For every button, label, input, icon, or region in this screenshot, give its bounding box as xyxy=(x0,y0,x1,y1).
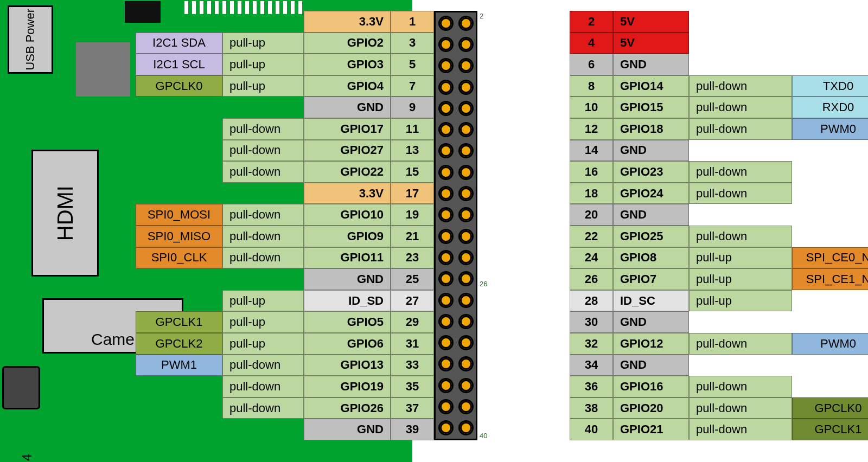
pin-pull-left: pull-up xyxy=(222,333,304,355)
pin-alt-left: SPI0_CLK xyxy=(136,247,222,269)
pin-number-left: 33 xyxy=(391,355,434,376)
pin-name-right: GPIO15 xyxy=(613,97,689,118)
pin-alt-right xyxy=(792,33,868,54)
pin-row: 3.3V125V xyxy=(136,11,868,33)
pin-number-left: 21 xyxy=(391,226,434,247)
pin-pull-right: pull-down xyxy=(689,376,792,397)
pin-alt-right xyxy=(792,311,868,333)
pin-pull-right xyxy=(689,140,792,162)
pin-name-right: GPIO16 xyxy=(613,376,689,397)
pin-name-right: GPIO21 xyxy=(613,419,689,440)
pin-name-left: GPIO4 xyxy=(304,75,391,97)
pin-name-right: ID_SC xyxy=(613,290,689,312)
pin-pull-left: pull-up xyxy=(222,33,304,54)
pin-name-left: GPIO2 xyxy=(304,33,391,54)
pin-row: 3.3V1718GPIO24pull-down xyxy=(136,183,868,204)
pin-name-left: 3.3V xyxy=(304,11,391,33)
pin-row: SPI0_CLKpull-downGPIO112324GPIO8pull-upS… xyxy=(136,247,868,269)
pin-pull-left: pull-up xyxy=(222,311,304,333)
pin-alt-left xyxy=(136,140,222,162)
pin-pull-right: pull-down xyxy=(689,97,792,118)
pin-name-left: GPIO10 xyxy=(304,204,391,226)
pin-alt-right xyxy=(792,290,868,312)
pin-number-right: 22 xyxy=(570,226,613,247)
pin-pull-left: pull-up xyxy=(222,75,304,97)
pin-number-right: 34 xyxy=(570,355,613,376)
pin-number-left: 7 xyxy=(391,75,434,97)
pin-name-right: GPIO8 xyxy=(613,247,689,269)
pin-pull-right: pull-down xyxy=(689,333,792,355)
pin-alt-right: SPI_CE1_N xyxy=(792,268,868,290)
pin-name-right: 5V xyxy=(613,33,689,54)
pin-number-right: 12 xyxy=(570,118,613,140)
pin-name-left: GPIO19 xyxy=(304,376,391,397)
pin-alt-right: GPCLK0 xyxy=(792,397,868,419)
pin-alt-right xyxy=(792,376,868,397)
pin-alt-left xyxy=(136,161,222,183)
pin-number-right: 2 xyxy=(570,11,613,33)
pin-row: GND910GPIO15pull-downRXD0 xyxy=(136,97,868,118)
pin-pull-right: pull-down xyxy=(689,161,792,183)
pin-row: SPI0_MISOpull-downGPIO92122GPIO25pull-do… xyxy=(136,226,868,247)
pin-alt-right xyxy=(792,183,868,204)
gpio-header-40pin xyxy=(434,11,477,440)
pin-alt-left xyxy=(136,97,222,118)
pin-number-right: 26 xyxy=(570,268,613,290)
pin-pull-right xyxy=(689,204,792,226)
pin-pull-right: pull-down xyxy=(689,183,792,204)
pin-pull-left: pull-down xyxy=(222,355,304,376)
pin-row: SPI0_MOSIpull-downGPIO101920GND xyxy=(136,204,868,226)
pin-alt-right: SPI_CE0_N xyxy=(792,247,868,269)
pin-row: pull-downGPIO193536GPIO16pull-down xyxy=(136,376,868,397)
header-edge-num: 2 xyxy=(480,12,483,20)
pin-number-right: 18 xyxy=(570,183,613,204)
pin-pull-left: pull-down xyxy=(222,161,304,183)
pin-alt-right: RXD0 xyxy=(792,97,868,118)
pin-number-right: 40 xyxy=(570,419,613,440)
pin-name-right: GND xyxy=(613,204,689,226)
pin-alt-right xyxy=(792,140,868,162)
pin-number-left: 31 xyxy=(391,333,434,355)
pin-alt-right xyxy=(792,54,868,75)
pin-pull-left xyxy=(222,419,304,440)
pin-row: PWM1pull-downGPIO133334GND xyxy=(136,355,868,376)
pin-alt-left: GPCLK1 xyxy=(136,311,222,333)
pin-pull-left: pull-up xyxy=(222,54,304,75)
pin-number-right: 14 xyxy=(570,140,613,162)
pin-alt-left: I2C1 SCL xyxy=(136,54,222,75)
pin-row: GPCLK0pull-upGPIO478GPIO14pull-downTXD0 xyxy=(136,75,868,97)
pin-alt-right xyxy=(792,226,868,247)
pin-number-left: 39 xyxy=(391,419,434,440)
pin-number-left: 29 xyxy=(391,311,434,333)
pin-alt-left xyxy=(136,290,222,312)
pin-alt-left xyxy=(136,397,222,419)
pin-pull-right: pull-down xyxy=(689,75,792,97)
pin-pull-left: pull-down xyxy=(222,140,304,162)
header-edge-num: 26 xyxy=(480,280,487,288)
pin-number-right: 20 xyxy=(570,204,613,226)
pin-pull-left: pull-down xyxy=(222,204,304,226)
pin-name-left: GPIO6 xyxy=(304,333,391,355)
pin-name-left: GND xyxy=(304,268,391,290)
pin-name-left: GND xyxy=(304,419,391,440)
pin-alt-left: I2C1 SDA xyxy=(136,33,222,54)
pin-pull-right xyxy=(689,311,792,333)
pin-pull-right: pull-down xyxy=(689,419,792,440)
pin-name-right: GPIO25 xyxy=(613,226,689,247)
pin-alt-right xyxy=(792,11,868,33)
pin-name-left: 3.3V xyxy=(304,183,391,204)
pin-number-left: 3 xyxy=(391,33,434,54)
pin-alt-left: SPI0_MISO xyxy=(136,226,222,247)
pin-number-right: 38 xyxy=(570,397,613,419)
pin-pull-right xyxy=(689,11,792,33)
pin-number-left: 35 xyxy=(391,376,434,397)
pin-name-right: GND xyxy=(613,140,689,162)
pin-name-left: GPIO27 xyxy=(304,140,391,162)
pin-number-left: 1 xyxy=(391,11,434,33)
pin-name-right: GPIO18 xyxy=(613,118,689,140)
pin-number-left: 13 xyxy=(391,140,434,162)
pin-pull-right xyxy=(689,54,792,75)
pin-pull-right: pull-up xyxy=(689,247,792,269)
pin-name-left: GPIO13 xyxy=(304,355,391,376)
pin-number-right: 10 xyxy=(570,97,613,118)
